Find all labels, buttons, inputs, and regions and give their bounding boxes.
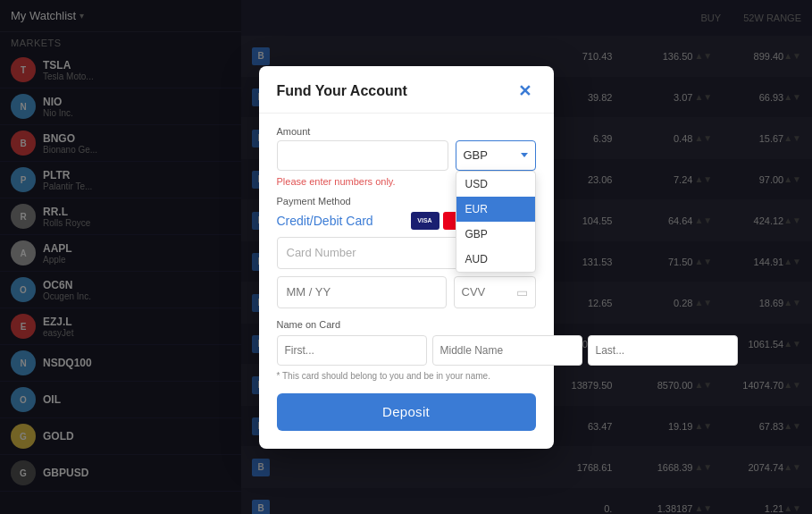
currency-option-usd[interactable]: USD	[456, 172, 535, 197]
card-name-note: * This card should belong to you and be …	[277, 371, 536, 381]
currency-dropdown-menu: USD EUR GBP AUD	[456, 171, 536, 273]
currency-option-aud[interactable]: AUD	[456, 247, 535, 272]
cvv-wrapper: ▭	[454, 276, 536, 308]
amount-label: Amount	[277, 126, 536, 137]
expiry-cvv-row: ▭	[277, 276, 536, 308]
currency-chevron-icon	[521, 153, 528, 157]
last-name-input[interactable]	[588, 335, 738, 366]
name-fields-row	[277, 335, 536, 366]
currency-dropdown-button[interactable]: GBP	[456, 140, 536, 171]
deposit-button[interactable]: Deposit	[277, 393, 536, 431]
visa-icon: VISA	[411, 212, 439, 230]
currency-wrapper: GBP USD EUR GBP AUD	[456, 140, 536, 171]
currency-option-gbp[interactable]: GBP	[456, 222, 535, 247]
cvv-input[interactable]	[462, 285, 516, 299]
modal-title: Fund Your Account	[277, 83, 407, 99]
modal-header: Fund Your Account ✕	[259, 66, 554, 114]
amount-input[interactable]	[277, 140, 448, 171]
payment-method-link[interactable]: Credit/Debit Card	[277, 214, 373, 228]
fund-account-modal: Fund Your Account ✕ Amount GBP USD EUR G…	[259, 66, 554, 449]
amount-row: GBP USD EUR GBP AUD	[277, 140, 536, 171]
currency-selected-label: GBP	[464, 148, 488, 162]
first-name-input[interactable]	[277, 335, 427, 366]
modal-close-button[interactable]: ✕	[515, 80, 536, 102]
middle-name-input[interactable]	[432, 335, 582, 366]
name-on-card-label: Name on Card	[277, 319, 536, 330]
cvv-card-icon: ▭	[516, 285, 528, 299]
expiry-input[interactable]	[277, 276, 447, 308]
currency-option-eur[interactable]: EUR	[456, 197, 535, 222]
modal-body: Amount GBP USD EUR GBP AUD Please enter …	[259, 114, 554, 449]
